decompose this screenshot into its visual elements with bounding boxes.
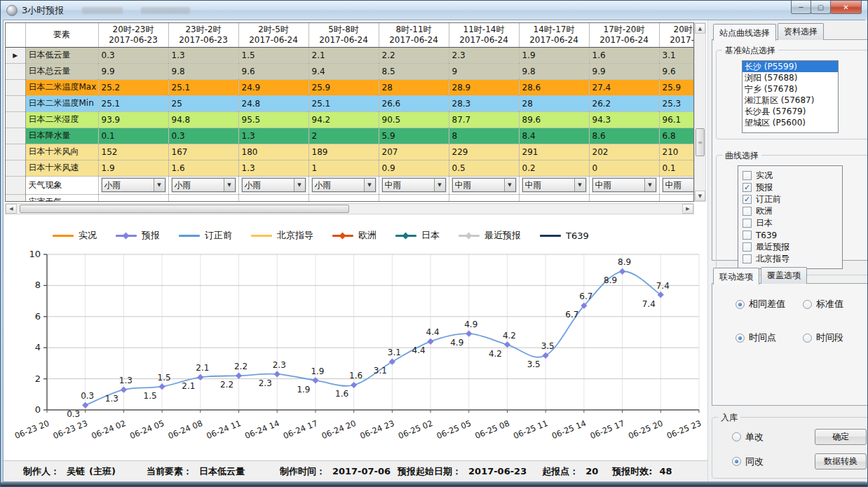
chevron-down-icon[interactable]: ▼: [364, 179, 375, 191]
table-cell[interactable]: 25: [168, 95, 238, 111]
table-cell[interactable]: 1.3: [238, 128, 308, 144]
data-point[interactable]: [504, 341, 510, 348]
table-horizontal-scrollbar[interactable]: ◀ ▶: [5, 203, 694, 214]
table-cell[interactable]: 9.8: [519, 63, 589, 79]
table-cell[interactable]: 8.6: [589, 128, 659, 144]
data-point[interactable]: [159, 383, 165, 390]
table-cell[interactable]: 28.9: [449, 79, 519, 95]
table-cell[interactable]: 28.3: [449, 95, 519, 111]
tab-联动选项[interactable]: 联动选项: [713, 268, 759, 284]
table-cell[interactable]: 1.6: [589, 47, 659, 63]
data-point[interactable]: [121, 387, 127, 393]
curve-option[interactable]: 欧洲: [742, 205, 838, 217]
curve-option[interactable]: T639: [742, 229, 838, 241]
checkbox-checked-icon[interactable]: ✓: [742, 195, 752, 204]
table-cell[interactable]: 中雨▼: [379, 176, 449, 194]
weather-combo[interactable]: 小雨▼: [172, 178, 236, 192]
scroll-left-icon[interactable]: ◀: [6, 204, 17, 214]
table-cell[interactable]: 8.5: [379, 63, 449, 79]
scroll-right-icon[interactable]: ▶: [682, 204, 693, 214]
curve-option[interactable]: 实况: [742, 170, 838, 181]
table-cell[interactable]: 291: [519, 144, 589, 160]
table-cell[interactable]: 中雨▼: [659, 176, 694, 194]
radio-icon[interactable]: [735, 300, 745, 309]
table-cell[interactable]: 9.4: [308, 63, 379, 79]
table-cell[interactable]: 0.2: [519, 160, 589, 176]
table-cell[interactable]: 0.1: [659, 160, 694, 176]
table-cell[interactable]: 24.8: [238, 95, 308, 111]
table-cell[interactable]: 28: [519, 95, 589, 111]
maximize-button[interactable]: ▢: [811, 1, 831, 14]
table-cell[interactable]: 28.6: [519, 79, 589, 95]
table-cell[interactable]: [98, 194, 168, 202]
link-radio-option[interactable]: 时间点: [735, 331, 803, 344]
table-cell[interactable]: 9: [449, 63, 519, 79]
table-cell[interactable]: 6.8: [659, 128, 694, 144]
checkbox-icon[interactable]: [742, 171, 752, 180]
table-cell[interactable]: 0.3: [168, 128, 238, 144]
weather-combo[interactable]: 小雨▼: [312, 178, 376, 192]
table-cell[interactable]: 5.9: [379, 128, 449, 144]
table-vertical-scrollbar[interactable]: ▲ ≡ ▼: [694, 22, 706, 202]
table-cell[interactable]: 2: [308, 128, 379, 144]
table-cell[interactable]: [308, 194, 379, 202]
table-cell[interactable]: 25.1: [168, 79, 238, 95]
data-point[interactable]: [351, 382, 357, 388]
tab-资料选择[interactable]: 资料选择: [778, 23, 824, 40]
weather-combo[interactable]: 中雨▼: [522, 178, 586, 192]
radio-icon[interactable]: [732, 457, 741, 466]
data-point[interactable]: [197, 374, 203, 380]
curve-option[interactable]: 北京指导: [742, 253, 838, 265]
table-cell[interactable]: 89.6: [519, 111, 589, 128]
row-selector[interactable]: [6, 63, 25, 79]
table-cell[interactable]: 3.1: [659, 47, 694, 63]
weather-combo[interactable]: 小雨▼: [242, 178, 306, 192]
horizontal-scroll-thumb[interactable]: [20, 205, 349, 213]
chevron-down-icon[interactable]: ▼: [434, 179, 445, 191]
forecast-curve[interactable]: [86, 271, 661, 405]
minimize-button[interactable]: ─: [791, 1, 811, 14]
station-item[interactable]: 浏阳 (57688): [742, 72, 838, 83]
chevron-down-icon[interactable]: ▼: [504, 179, 515, 191]
table-cell[interactable]: 229: [449, 144, 519, 160]
chevron-down-icon[interactable]: ▼: [574, 179, 585, 191]
link-radio-option[interactable]: 标准值: [803, 298, 868, 310]
row-selector[interactable]: [6, 194, 25, 202]
table-cell[interactable]: 小雨▼: [168, 176, 238, 194]
table-cell[interactable]: 94.2: [308, 111, 379, 128]
table-cell[interactable]: 25.3: [659, 95, 694, 111]
table-cell[interactable]: [589, 194, 659, 202]
weather-combo[interactable]: 中雨▼: [663, 178, 695, 192]
scroll-down-icon[interactable]: ▼: [695, 191, 705, 201]
table-cell[interactable]: 9.9: [589, 63, 659, 79]
table-cell[interactable]: 0.5: [449, 160, 519, 176]
table-cell[interactable]: [238, 194, 308, 202]
table-cell[interactable]: 1.3: [168, 47, 238, 63]
checkbox-checked-icon[interactable]: ✓: [742, 183, 752, 192]
table-cell[interactable]: 中雨▼: [589, 176, 659, 194]
row-selector[interactable]: [6, 111, 25, 128]
chevron-down-icon[interactable]: ▼: [294, 179, 305, 191]
table-cell[interactable]: [449, 194, 519, 202]
table-cell[interactable]: 0.9: [379, 160, 449, 176]
table-cell[interactable]: 1.5: [238, 47, 308, 63]
table-cell[interactable]: 9.6: [659, 63, 694, 79]
close-button[interactable]: ✕: [830, 1, 862, 14]
table-cell[interactable]: 1.3: [238, 160, 308, 176]
station-listbox[interactable]: 长沙 (P5599)浏阳 (57688)宁乡 (57678)湘江新区 (5768…: [742, 60, 839, 133]
data-point[interactable]: [543, 352, 549, 359]
table-cell[interactable]: 0: [589, 160, 659, 176]
table-cell[interactable]: 152: [98, 144, 168, 160]
weather-combo[interactable]: 中雨▼: [382, 178, 446, 192]
table-cell[interactable]: 95.5: [238, 111, 308, 128]
table-cell[interactable]: 1: [308, 160, 379, 176]
station-item[interactable]: 湘江新区 (57687): [742, 95, 838, 106]
data-point[interactable]: [274, 371, 280, 377]
chevron-down-icon[interactable]: ▼: [644, 179, 656, 191]
table-cell[interactable]: 27.4: [589, 79, 659, 95]
chevron-down-icon[interactable]: ▼: [154, 179, 165, 191]
table-cell[interactable]: 167: [168, 144, 238, 160]
table-cell[interactable]: 94.3: [589, 111, 659, 128]
data-point[interactable]: [427, 338, 433, 345]
table-cell[interactable]: 中雨▼: [449, 176, 519, 194]
